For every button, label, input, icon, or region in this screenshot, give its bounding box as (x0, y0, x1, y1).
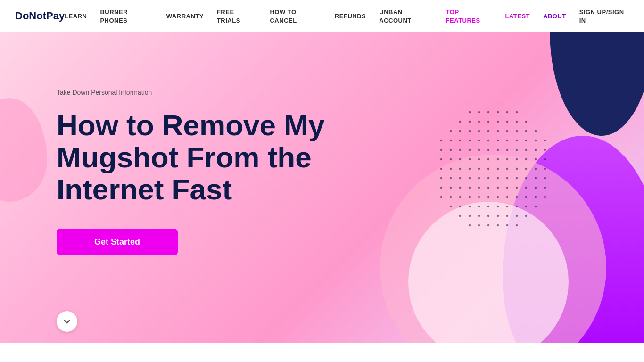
get-started-button[interactable]: Get Started (57, 229, 178, 255)
navbar: DoNotPay LEARN BURNER PHONES WARRANTY FR… (0, 0, 644, 32)
nav-item-warranty[interactable]: WARRANTY (166, 13, 204, 20)
nav-item-top-features[interactable]: TOP FEATURES (446, 8, 480, 24)
nav-item-about[interactable]: ABOUT (543, 13, 566, 20)
dot-grid-decoration (427, 98, 559, 239)
nav-item-learn[interactable]: LEARN (65, 13, 87, 20)
nav-item-signin[interactable]: SIGN UP/SIGN IN (579, 8, 624, 24)
hero-title: How to Remove My Mugshot From the Intern… (57, 109, 349, 206)
below-hero-section: i Editorial Note: These blog posts repre… (0, 343, 644, 362)
nav-item-burner-phones[interactable]: BURNER PHONES (100, 8, 128, 24)
nav-item-free-trials[interactable]: FREE TRIALS (217, 8, 240, 24)
nav-item-refunds[interactable]: REFUNDS (335, 13, 366, 20)
hero-section: Take Down Personal Information How to Re… (0, 32, 644, 343)
hero-content: Take Down Personal Information How to Re… (57, 89, 349, 255)
scroll-down-button[interactable] (57, 311, 77, 332)
nav-item-latest[interactable]: LATEST (505, 13, 530, 20)
nav-links: LEARN BURNER PHONES WARRANTY FREE TRIALS… (65, 8, 629, 25)
chevron-down-icon (63, 317, 71, 326)
blob-navy (550, 32, 644, 136)
nav-item-unban-account[interactable]: UNBAN ACCOUNT (379, 8, 412, 24)
site-logo[interactable]: DoNotPay (15, 10, 65, 22)
nav-item-how-to-cancel[interactable]: HOW TO CANCEL (270, 8, 297, 24)
hero-breadcrumb: Take Down Personal Information (57, 89, 349, 96)
blob-left (0, 98, 47, 202)
